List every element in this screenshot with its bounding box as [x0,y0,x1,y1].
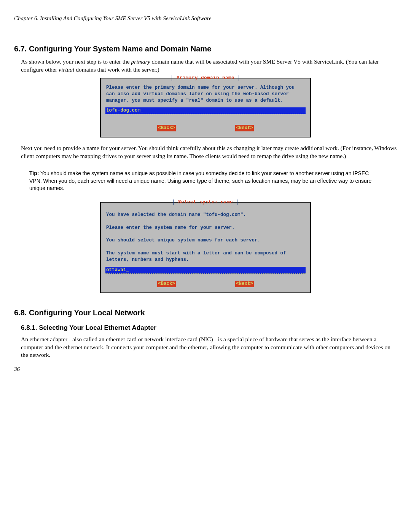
emphasis-virtual: virtual [59,66,74,73]
emphasis-primary: primary [131,58,150,65]
tip-text: You should make the system name as uniqu… [29,170,371,191]
cursor-icon: _ [140,108,143,113]
section-6-8-1-heading: 6.8.1. Selecting Your Local Ethernet Ada… [21,324,397,332]
console-button-row: <Back> <Next> [127,125,284,131]
next-button[interactable]: <Next> [235,125,254,131]
section-6-8-1-para: An ethernet adapter - also called an eth… [21,335,397,359]
console-primary-domain: Primary domain name Please enter the pri… [100,78,311,137]
domain-name-input[interactable]: tofu-dog.com_ [105,107,306,114]
cursor-icon: _ [126,267,129,273]
chapter-header: Chapter 6. Installing And Configuring Yo… [14,15,397,22]
tip-block: Tip: You should make the system name as … [29,170,382,192]
section-6-7-heading: 6.7. Configuring Your System Name and Do… [14,45,397,53]
section-6-7-intro: As shown below, your next step is to ent… [21,58,397,74]
input-value: tofu-dog.com [106,108,140,113]
text: domains that work with the server.) [74,66,159,73]
back-button[interactable]: <Back> [157,281,176,287]
input-value: ottawa1 [106,267,126,273]
console-instructions: Please enter the primary domain name for… [106,85,305,104]
tip-label: Tip: [29,170,39,176]
console-title: Select system name [101,199,310,206]
back-button[interactable]: <Back> [157,125,176,131]
section-6-7-para2: Next you need to provide a name for your… [21,144,397,160]
section-6-8-heading: 6.8. Configuring Your Local Network [14,308,397,317]
console-button-row: <Back> <Next> [127,281,284,287]
text: As shown below, your next step is to ent… [21,58,131,65]
page-number: 36 [14,366,397,372]
next-button[interactable]: <Next> [235,281,254,287]
system-name-input[interactable]: ottawa1_ [105,267,306,274]
console-instructions: You have selected the domain name "tofu-… [106,212,305,263]
console-title: Primary domain name [101,75,310,81]
console-system-name: Select system name You have selected the… [100,202,311,293]
